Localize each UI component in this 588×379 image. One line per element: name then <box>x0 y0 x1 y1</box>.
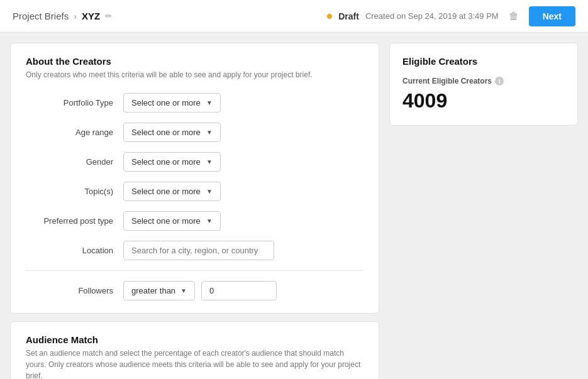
chevron-down-icon: ▼ <box>206 99 213 106</box>
chevron-down-icon: ▼ <box>206 217 213 224</box>
breadcrumb-separator: › <box>74 11 77 21</box>
about-creators-card: About the Creators Only creators who mee… <box>10 43 379 314</box>
location-label: Location <box>26 246 123 255</box>
portfolio-type-dropdown[interactable]: Select one or more ▼ <box>123 93 221 113</box>
trash-icon[interactable]: 🗑 <box>509 11 519 22</box>
next-button[interactable]: Next <box>529 6 575 26</box>
created-text: Created on Sep 24, 2019 at 3:49 PM <box>365 11 499 21</box>
age-range-label: Age range <box>26 128 123 137</box>
followers-operator-value: greater than <box>131 286 175 295</box>
about-creators-subtitle: Only creators who meet this criteria wil… <box>26 69 363 80</box>
about-creators-title: About the Creators <box>26 56 363 67</box>
status-label: Draft <box>338 11 359 21</box>
chevron-down-icon: ▼ <box>206 188 213 195</box>
main-content: About the Creators Only creators who mee… <box>0 33 588 379</box>
audience-match-card: Audience Match Set an audience match and… <box>10 321 379 379</box>
age-range-dropdown[interactable]: Select one or more ▼ <box>123 123 221 142</box>
header-meta: Draft Created on Sep 24, 2019 at 3:49 PM… <box>327 6 575 26</box>
topics-value: Select one or more <box>131 187 201 196</box>
location-row: Location <box>26 241 363 260</box>
topics-dropdown[interactable]: Select one or more ▼ <box>123 182 221 201</box>
audience-match-title: Audience Match <box>26 334 363 345</box>
breadcrumb-link[interactable]: Project Briefs <box>13 11 69 21</box>
post-type-label: Preferred post type <box>26 216 123 226</box>
portfolio-type-value: Select one or more <box>131 98 201 107</box>
header: Project Briefs › XYZ ✏ Draft Created on … <box>0 0 588 33</box>
eligible-count: 4009 <box>402 89 565 113</box>
chevron-down-icon: ▼ <box>206 129 213 136</box>
followers-label: Followers <box>26 286 123 295</box>
topics-row: Topic(s) Select one or more ▼ <box>26 182 363 201</box>
edit-icon[interactable]: ✏ <box>105 11 112 21</box>
eligible-creators-card: Eligible Creators Current Eligible Creat… <box>389 43 578 126</box>
chevron-down-icon: ▼ <box>206 158 213 165</box>
location-input[interactable] <box>123 241 274 260</box>
portfolio-type-label: Portfolio Type <box>26 98 123 107</box>
divider <box>26 270 363 271</box>
post-type-value: Select one or more <box>131 216 201 226</box>
gender-row: Gender Select one or more ▼ <box>26 152 363 172</box>
status-dot <box>327 14 332 19</box>
portfolio-type-row: Portfolio Type Select one or more ▼ <box>26 93 363 113</box>
gender-label: Gender <box>26 157 123 167</box>
audience-match-subtitle: Set an audience match and select the per… <box>26 348 363 379</box>
followers-value-input[interactable] <box>201 281 277 300</box>
followers-row: Followers greater than ▼ <box>26 281 363 300</box>
current-eligible-text: Current Eligible Creators <box>402 77 492 85</box>
chevron-down-icon: ▼ <box>180 287 187 294</box>
post-type-row: Preferred post type Select one or more ▼ <box>26 211 363 231</box>
eligible-creators-title: Eligible Creators <box>402 56 565 67</box>
gender-value: Select one or more <box>131 157 201 167</box>
age-range-row: Age range Select one or more ▼ <box>26 123 363 142</box>
followers-operator-dropdown[interactable]: greater than ▼ <box>123 281 195 300</box>
current-eligible-label: Current Eligible Creators i <box>402 77 565 85</box>
age-range-value: Select one or more <box>131 128 201 137</box>
left-panel: About the Creators Only creators who mee… <box>10 43 379 379</box>
breadcrumb: Project Briefs › XYZ ✏ <box>13 11 327 21</box>
topics-label: Topic(s) <box>26 187 123 196</box>
right-panel: Eligible Creators Current Eligible Creat… <box>389 43 578 379</box>
breadcrumb-current: XYZ <box>82 11 100 21</box>
info-icon[interactable]: i <box>495 77 504 85</box>
gender-dropdown[interactable]: Select one or more ▼ <box>123 152 221 172</box>
post-type-dropdown[interactable]: Select one or more ▼ <box>123 211 221 231</box>
